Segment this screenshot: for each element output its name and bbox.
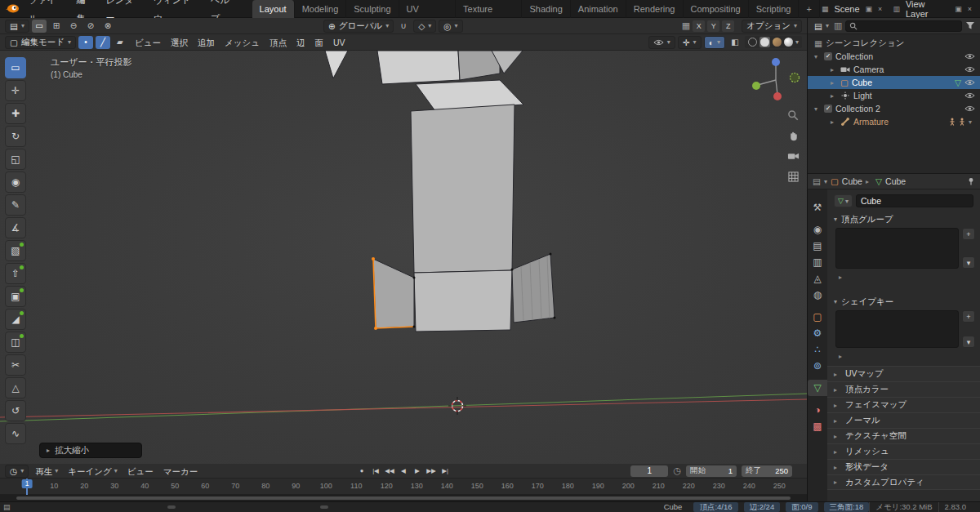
xray-toggle[interactable]: ◧ [728, 36, 742, 49]
add-workspace-button[interactable]: + [799, 0, 819, 18]
menu-edge[interactable]: 辺 [292, 34, 310, 51]
3d-scene[interactable] [0, 51, 807, 464]
preview-range-icon[interactable]: ◷ [673, 465, 681, 476]
vertex[interactable] [554, 317, 556, 319]
gizmo-neg-y-axis[interactable] [791, 73, 800, 82]
mesh-top-left-fin[interactable] [325, 51, 348, 78]
scene-selector[interactable]: Scene [832, 4, 861, 14]
menu-playback[interactable]: 再生▾ [30, 463, 63, 479]
proportional-editing-dropdown[interactable]: ◎ ▾ [439, 20, 462, 33]
eye-icon[interactable] [964, 66, 975, 73]
panel-remesh[interactable]: ▸リメッシュ [827, 443, 980, 459]
select-mode-new-icon[interactable]: ▭ [32, 20, 47, 33]
record-button[interactable]: ● [355, 465, 368, 477]
workspace-tab-uv-editing[interactable]: UV Editing [399, 0, 457, 18]
mesh-left-fin[interactable] [373, 259, 414, 328]
edge-select-mode-button[interactable]: ╱ [96, 36, 110, 49]
tab-output[interactable]: ▤ [808, 238, 827, 254]
wireframe-shading-button[interactable] [748, 38, 757, 47]
rendered-shading-button[interactable] [784, 38, 793, 47]
options-dropdown[interactable]: オプション ▾ [742, 20, 802, 33]
outliner-search-input[interactable] [845, 20, 962, 32]
tool-spin[interactable]: ↺ [5, 400, 26, 421]
outliner-row-scene-collection[interactable]: ▦ シーンコレクション [808, 37, 980, 50]
panel-vertex-groups-header[interactable]: ▾ 頂点グループ [827, 212, 980, 226]
menu-mesh[interactable]: メッシュ [220, 34, 265, 51]
3d-viewport[interactable]: ユーザー・平行投影 (1) Cube ▭✛✚↻◱◉✎∡▧⇧▣◢◫✂△↺∿ ▸ 拡… [0, 51, 807, 464]
show-hide-dropdown[interactable]: ▾ [648, 36, 675, 49]
gizmo-y-axis[interactable] [752, 82, 760, 90]
vertex[interactable] [511, 269, 514, 271]
panel-vertex-colors[interactable]: ▸頂点カラー [827, 381, 980, 397]
mesh-data-selector[interactable]: ▽ ▾ [834, 194, 853, 207]
current-frame-badge[interactable]: 1 [22, 479, 33, 488]
current-frame-field[interactable]: 1 [630, 465, 668, 477]
navigation-gizmo[interactable] [752, 58, 800, 100]
tab-world[interactable]: ◍ [808, 287, 827, 303]
next-keyframe-button[interactable]: ▶▶ [425, 465, 438, 477]
workspace-tab-modeling[interactable]: Modeling [295, 0, 347, 18]
tool-knife[interactable]: ✂ [5, 354, 26, 376]
breadcrumb-data[interactable]: Cube [885, 176, 906, 186]
tool-bevel[interactable]: ◢ [5, 309, 26, 330]
panel-normals[interactable]: ▸ノーマル [827, 412, 980, 428]
workspace-tab-texture-paint[interactable]: Texture Paint [456, 0, 522, 18]
tab-object-data[interactable]: ▽ [808, 380, 827, 396]
face-select-mode-button[interactable]: ▰ [113, 36, 127, 49]
mesh-right-fin[interactable] [512, 254, 555, 323]
area-splitter[interactable] [167, 505, 176, 509]
snap-toggle[interactable]: ∪ [396, 20, 411, 33]
eye-icon[interactable] [964, 53, 975, 60]
tab-object[interactable]: ▢ [808, 309, 827, 325]
play-reverse-button[interactable]: ◀ [397, 465, 410, 477]
data-name-field[interactable]: Cube [856, 194, 973, 207]
add-shape-key-button[interactable]: + [962, 310, 975, 323]
select-mode-intersect-icon[interactable]: ⊗ [100, 20, 115, 33]
select-mode-subtract-icon[interactable]: ⊖ [66, 20, 81, 33]
snap-target-dropdown[interactable]: ◇ ▾ [413, 20, 436, 33]
mirror-z-toggle[interactable]: Z [722, 20, 734, 32]
mirror-x-toggle[interactable]: X [693, 20, 705, 32]
collection-checkbox[interactable]: ✓ [824, 105, 832, 113]
operator-panel[interactable]: ▸ 拡大縮小 [39, 443, 142, 458]
tab-modifiers[interactable]: ⚙ [808, 325, 827, 341]
expand-icon[interactable]: ▸ [831, 66, 837, 73]
menu-vertex[interactable]: 頂点 [265, 34, 292, 51]
chevron-down-icon[interactable]: ▾ [969, 118, 975, 126]
tool-move[interactable]: ✚ [5, 103, 26, 124]
outliner-row-cube[interactable]: ▸ ▢ Cube ▽ [808, 76, 980, 89]
play-button[interactable]: ▶ [411, 465, 424, 477]
camera-view-icon[interactable] [786, 149, 800, 163]
workspace-tab-layout[interactable]: Layout [252, 0, 295, 18]
mirror-y-toggle[interactable]: Y [707, 20, 719, 32]
vertex[interactable] [413, 277, 416, 279]
tool-transform[interactable]: ◉ [5, 171, 26, 193]
vertex-groups-list[interactable] [835, 228, 959, 269]
outliner-row-armature[interactable]: ▸ Armature ▾ [808, 115, 980, 128]
tool-loop-cut[interactable]: ◫ [5, 332, 26, 353]
menu-face[interactable]: 面 [310, 34, 328, 51]
gizmos-dropdown[interactable]: ✛ ▾ [678, 36, 702, 49]
collection-checkbox[interactable]: ✓ [824, 52, 832, 60]
outliner-row-collection[interactable]: ▾ ✓ Collection [808, 50, 980, 63]
shape-keys-list[interactable] [835, 310, 959, 348]
workspace-tab-rendering[interactable]: Rendering [626, 0, 684, 18]
area-splitter[interactable] [320, 505, 328, 509]
mesh-object-cube[interactable] [325, 51, 555, 332]
panel-custom-properties[interactable]: ▸カスタムプロパティ [827, 474, 980, 490]
tab-view-layer[interactable]: ▥ [808, 254, 827, 270]
workspace-tab-shading[interactable]: Shading [522, 0, 570, 18]
tool-inset[interactable]: ▣ [5, 286, 26, 307]
menu-select[interactable]: 選択 [166, 34, 193, 51]
vertex-select-mode-button[interactable]: • [78, 36, 93, 49]
tab-render[interactable]: ◉ [808, 221, 827, 238]
new-view-layer-button[interactable]: ▣ [953, 5, 964, 13]
expand-icon[interactable]: ▸ [831, 79, 837, 87]
expand-icon[interactable]: ▾ [814, 105, 821, 113]
menu-marker[interactable]: マーカー [158, 463, 203, 479]
new-scene-button[interactable]: ▣ [864, 5, 875, 13]
timeline-editor-type-button[interactable]: ◷ ▾ [5, 465, 29, 478]
selected-vertex[interactable] [372, 257, 375, 260]
jump-to-start-button[interactable]: |◀ [369, 465, 382, 477]
pin-icon[interactable] [967, 177, 975, 185]
